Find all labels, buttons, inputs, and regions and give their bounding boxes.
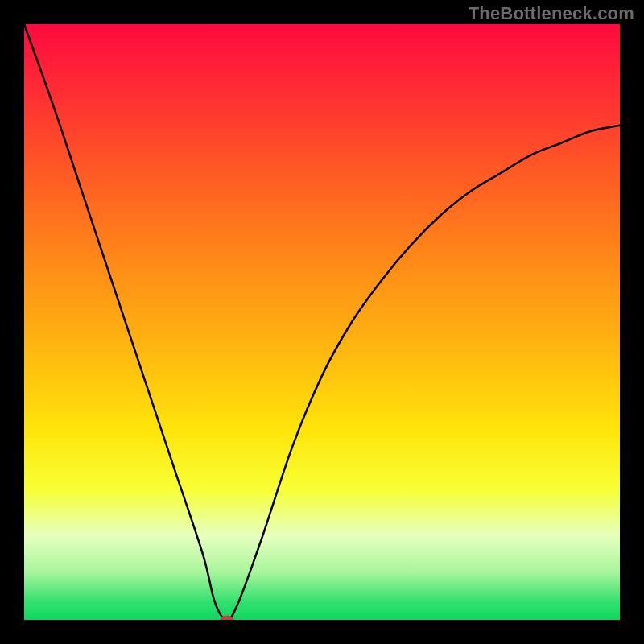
attribution-text: TheBottleneck.com <box>469 3 634 24</box>
plot-area <box>24 24 620 620</box>
chart-container: TheBottleneck.com <box>0 0 644 644</box>
bottleneck-curve <box>24 24 620 620</box>
minimum-marker <box>220 616 233 621</box>
